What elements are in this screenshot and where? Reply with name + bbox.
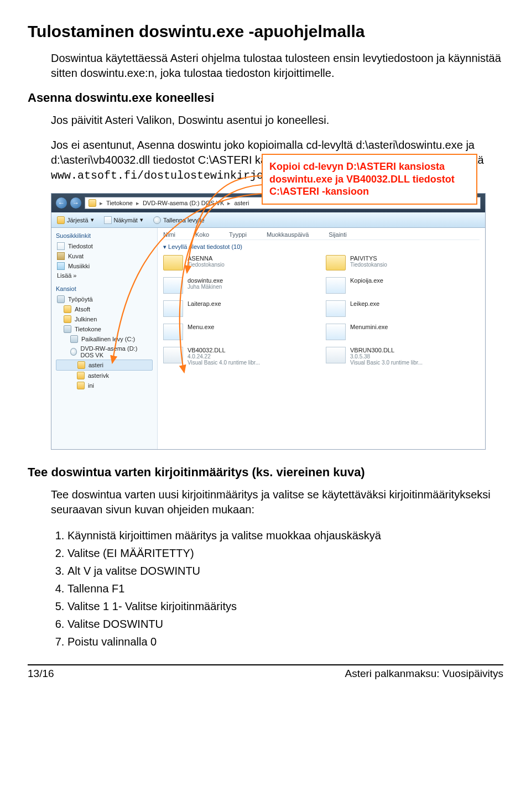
tree-item[interactable]: asterivk (56, 371, 153, 381)
file-item-paivitys[interactable]: PAIVITYSTiedostokansio (326, 255, 480, 270)
exe-icon (326, 324, 346, 340)
documents-icon (57, 242, 65, 250)
printer-intro-para: Tee doswintua varten uusi kirjoitinmääri… (51, 487, 503, 517)
steps-list: Käynnistä kirjoittimen määritys ja valit… (67, 527, 503, 650)
sidebar-favorites-header: Suosikkilinkit (56, 232, 153, 239)
folder-icon (88, 199, 96, 207)
column-headers: Nimi Koko Tyyppi Muokkauspäivä Sijainti (163, 231, 480, 240)
tree-item[interactable]: Julkinen (56, 314, 153, 324)
chevron-right-icon: ▸ (227, 200, 231, 207)
exe-icon (163, 324, 183, 340)
file-item-doswintu[interactable]: doswintu.exeJuha Mäkinen (163, 277, 317, 294)
breadcrumb-item[interactable]: asteri (234, 200, 249, 206)
install-para-1: Jos päivitit Asteri Valikon, Doswintu as… (51, 113, 503, 128)
sidebar-item-more[interactable]: Lisää » (56, 271, 153, 280)
disc-icon (153, 216, 161, 224)
page-footer: 13/16 Asteri palkanmaksu: Vuosipäivitys (28, 665, 503, 680)
file-item-vbrun300[interactable]: VBRUN300.DLL3.0.5.38Visual Basic 3.0 run… (326, 347, 480, 366)
step-item: Alt V ja valitse DOSWINTU (67, 563, 503, 579)
exe-icon (326, 300, 346, 317)
file-item-vb40032[interactable]: VB40032.DLL4.0.24.22Visual Basic 4.0 run… (163, 347, 317, 366)
nav-forward-button[interactable]: → (70, 197, 81, 209)
organize-icon (57, 216, 65, 224)
sidebar-item-music[interactable]: Musiikki (56, 261, 153, 271)
computer-icon (64, 325, 71, 333)
explorer-toolbar: Järjestä ▾ Näkymät ▾ Tallenna levylle (51, 212, 485, 228)
file-item-leikep[interactable]: Leikep.exe (326, 300, 480, 317)
tree-computer[interactable]: Tietokone (56, 324, 153, 334)
music-icon (57, 262, 65, 270)
file-group-header[interactable]: ▾ Levyllä olevat tiedostot (10) (163, 243, 480, 251)
toolbar-organize[interactable]: Järjestä ▾ (57, 216, 94, 224)
exe-icon (326, 277, 346, 294)
file-item-menu[interactable]: Menu.exe (163, 324, 317, 340)
explorer-sidebar: Suosikkilinkit Tiedostot Kuvat Musiikki … (51, 228, 158, 449)
col-size[interactable]: Koko (195, 231, 209, 238)
dll-icon (163, 347, 183, 363)
folder-icon (77, 361, 85, 369)
intro-paragraph: Doswintua käytettäessä Asteri ohjelma tu… (51, 51, 503, 81)
sidebar-folders-header: Kansiot (56, 285, 153, 292)
col-modified[interactable]: Muokkauspäivä (267, 231, 309, 238)
tree-desktop[interactable]: Työpöytä (56, 294, 153, 304)
col-location[interactable]: Sijainti (329, 231, 346, 238)
nav-back-button[interactable]: ← (56, 197, 67, 209)
step-item: Poistu valinnalla 0 (67, 633, 503, 650)
folder-icon (64, 305, 71, 313)
page-number: 13/16 (28, 668, 54, 680)
footer-title: Asteri palkanmaksu: Vuosipäivitys (345, 668, 503, 680)
tree-folder-asteri[interactable]: asteri (56, 360, 153, 371)
file-item-menumini[interactable]: Menumini.exe (326, 324, 480, 340)
toolbar-burn[interactable]: Tallenna levylle (153, 216, 205, 224)
col-name[interactable]: Nimi (163, 231, 175, 238)
explorer-window: Kopioi cd-levyn D:\ASTERI kansiosta dosw… (51, 193, 486, 450)
tree-drive-c[interactable]: Paikallinen levy (C:) (56, 334, 153, 344)
callout-box: Kopioi cd-levyn D:\ASTERI kansiosta dosw… (262, 154, 477, 205)
breadcrumb-item[interactable]: DVD-RW-asema (D:) DOS VK (143, 200, 225, 206)
toolbar-views[interactable]: Näkymät ▾ (104, 216, 143, 224)
exe-icon (163, 277, 183, 294)
exe-icon (163, 300, 183, 317)
dll-icon (326, 347, 346, 363)
explorer-file-pane: Nimi Koko Tyyppi Muokkauspäivä Sijainti … (158, 228, 485, 449)
page-title: Tulostaminen doswintu.exe -apuohjelmalla (28, 22, 503, 41)
folder-icon (64, 315, 71, 323)
tree-drive-d[interactable]: DVD-RW-asema (D:) DOS VK (56, 344, 153, 360)
chevron-right-icon: ▸ (136, 200, 139, 207)
file-item-kopioija[interactable]: Kopioija.exe (326, 277, 480, 294)
section-printer-heading: Tee doswintua varten kirjoitinmääritys (… (28, 465, 503, 480)
file-item-asenna[interactable]: ASENNATiedostokansio (163, 255, 317, 270)
folder-icon (326, 255, 346, 270)
step-item: Valitse 1 1- Valitse kirjoitinmääritys (67, 598, 503, 615)
sidebar-item-documents[interactable]: Tiedostot (56, 241, 153, 251)
tree-item[interactable]: Atsoft (56, 304, 153, 314)
folder-icon (163, 255, 183, 270)
views-icon (104, 216, 112, 224)
chevron-right-icon: ▸ (100, 200, 103, 207)
tree-item[interactable]: ini (56, 381, 153, 391)
section-install-heading: Asenna doswintu.exe koneellesi (28, 91, 503, 105)
sidebar-item-pictures[interactable]: Kuvat (56, 251, 153, 261)
dvd-icon (70, 348, 77, 356)
step-item: Valitse (EI MÄÄRITETTY) (67, 545, 503, 561)
folder-icon (77, 372, 85, 379)
step-item: Tallenna F1 (67, 580, 503, 597)
step-item: Käynnistä kirjoittimen määritys ja valit… (67, 527, 503, 544)
file-item-laiterap[interactable]: Laiterap.exe (163, 300, 317, 317)
desktop-icon (57, 295, 65, 303)
pictures-icon (57, 252, 65, 260)
drive-icon (70, 335, 78, 343)
step-item: Valitse DOSWINTU (67, 616, 503, 632)
col-type[interactable]: Tyyppi (229, 231, 247, 238)
breadcrumb-item[interactable]: Tietokone (106, 200, 133, 206)
folder-icon (77, 382, 85, 389)
